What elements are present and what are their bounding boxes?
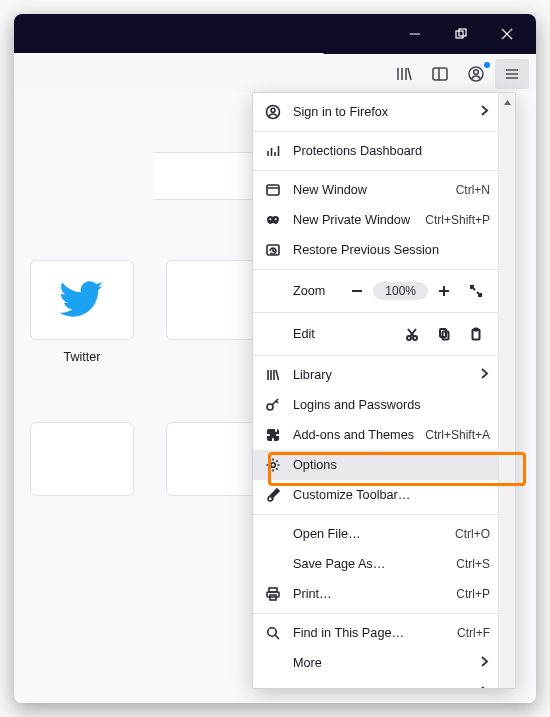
library-icon: [263, 367, 283, 383]
menu-protections[interactable]: Protections Dashboard: [253, 136, 498, 166]
minimize-button[interactable]: [392, 16, 438, 52]
svg-point-48: [271, 463, 276, 468]
key-icon: [263, 397, 283, 413]
svg-point-12: [474, 69, 479, 74]
tile-empty[interactable]: [30, 422, 134, 496]
menu-label: Open File…: [293, 527, 455, 541]
svg-rect-40: [475, 329, 478, 331]
svg-line-31: [471, 286, 475, 290]
twitter-icon: [59, 276, 105, 325]
svg-line-47: [276, 401, 278, 403]
menu-new-private[interactable]: New Private Window Ctrl+Shift+P: [253, 205, 498, 235]
gear-icon: [263, 457, 283, 473]
menu-signin[interactable]: Sign in to Firefox: [253, 97, 498, 127]
menu-open-file[interactable]: Open File… Ctrl+O: [253, 519, 498, 549]
zoom-out-button[interactable]: [341, 278, 373, 304]
menu-edit: Edit: [253, 317, 498, 351]
tile-label: Twitter: [64, 350, 101, 364]
menu-accel: Ctrl+O: [455, 527, 490, 541]
menu-label: Add-ons and Themes: [293, 428, 425, 442]
paste-button[interactable]: [460, 321, 492, 347]
menu-label: Restore Previous Session: [293, 243, 490, 257]
notification-dot-icon: [484, 62, 490, 68]
menu-find[interactable]: Find in This Page… Ctrl+F: [253, 618, 498, 648]
mask-icon: [263, 212, 283, 228]
svg-marker-57: [504, 100, 511, 105]
cut-button[interactable]: [396, 321, 428, 347]
menu-label: Web Developer: [293, 686, 479, 689]
zoom-in-button[interactable]: [428, 278, 460, 304]
menu-label: More: [293, 656, 479, 670]
menu-accel: Ctrl+S: [456, 557, 490, 571]
svg-point-25: [269, 218, 271, 220]
menu-label: Find in This Page…: [293, 626, 457, 640]
svg-rect-23: [267, 185, 279, 195]
svg-line-44: [276, 370, 279, 380]
menu-addons[interactable]: Add-ons and Themes Ctrl+Shift+A: [253, 420, 498, 450]
menu-logins[interactable]: Logins and Passwords: [253, 390, 498, 420]
browser-window: Twitter Sign in to Firefox: [14, 14, 536, 703]
chevron-right-icon: [479, 686, 490, 689]
menu-library[interactable]: Library: [253, 360, 498, 390]
menu-label: New Private Window: [293, 213, 425, 227]
titlebar: [14, 14, 536, 54]
zoom-label: Zoom: [293, 284, 325, 298]
menu-label: Sign in to Firefox: [293, 105, 479, 119]
dashboard-icon: [263, 143, 283, 159]
chevron-right-icon: [479, 105, 490, 119]
menu-label: Save Page As…: [293, 557, 456, 571]
menu-customize[interactable]: Customize Toolbar…: [253, 480, 498, 510]
menu-accel: Ctrl+N: [456, 183, 490, 197]
restore-icon: [263, 242, 283, 258]
separator: [253, 514, 498, 515]
menu-accel: Ctrl+Shift+A: [425, 428, 490, 442]
toolbar: [14, 54, 536, 94]
menu-accel: Ctrl+P: [456, 587, 490, 601]
maximize-button[interactable]: [438, 16, 484, 52]
svg-point-52: [268, 628, 276, 636]
search-icon: [263, 625, 283, 641]
chevron-right-icon: [479, 368, 490, 382]
separator: [253, 131, 498, 132]
app-menu: Sign in to Firefox Protections Dashboard…: [252, 92, 516, 689]
menu-label: Print…: [293, 587, 456, 601]
svg-line-8: [408, 68, 411, 80]
copy-button[interactable]: [428, 321, 460, 347]
svg-point-18: [271, 108, 275, 112]
fullscreen-button[interactable]: [460, 278, 492, 304]
account-icon: [263, 104, 283, 120]
paintbrush-icon: [263, 487, 283, 503]
menu-web-developer[interactable]: Web Developer: [253, 678, 498, 689]
menu-label: Logins and Passwords: [293, 398, 490, 412]
close-button[interactable]: [484, 16, 530, 52]
menu-label: Protections Dashboard: [293, 144, 490, 158]
separator: [253, 269, 498, 270]
menu-save-as[interactable]: Save Page As… Ctrl+S: [253, 549, 498, 579]
library-icon[interactable]: [387, 59, 421, 89]
menu-options[interactable]: Options: [253, 450, 498, 480]
menu-scrollbar[interactable]: [498, 93, 515, 688]
zoom-value[interactable]: 100%: [373, 282, 428, 300]
print-icon: [263, 586, 283, 602]
separator: [253, 312, 498, 313]
edit-label: Edit: [293, 327, 315, 341]
sidebar-icon[interactable]: [423, 59, 457, 89]
puzzle-icon: [263, 427, 283, 443]
menu-label: New Window: [293, 183, 456, 197]
menu-restore-session[interactable]: Restore Previous Session: [253, 235, 498, 265]
menu-more[interactable]: More: [253, 648, 498, 678]
svg-point-26: [275, 218, 277, 220]
window-icon: [263, 182, 283, 198]
tile-twitter[interactable]: Twitter: [30, 260, 134, 364]
scroll-up-icon[interactable]: [499, 93, 515, 111]
hamburger-menu-button[interactable]: [495, 59, 529, 89]
separator: [253, 355, 498, 356]
svg-rect-9: [433, 68, 447, 80]
account-icon[interactable]: [459, 59, 493, 89]
menu-new-window[interactable]: New Window Ctrl+N: [253, 175, 498, 205]
menu-label: Library: [293, 368, 479, 382]
menu-print[interactable]: Print… Ctrl+P: [253, 579, 498, 609]
menu-accel: Ctrl+F: [457, 626, 490, 640]
menu-zoom: Zoom 100%: [253, 274, 498, 308]
menu-label: Options: [293, 458, 490, 472]
